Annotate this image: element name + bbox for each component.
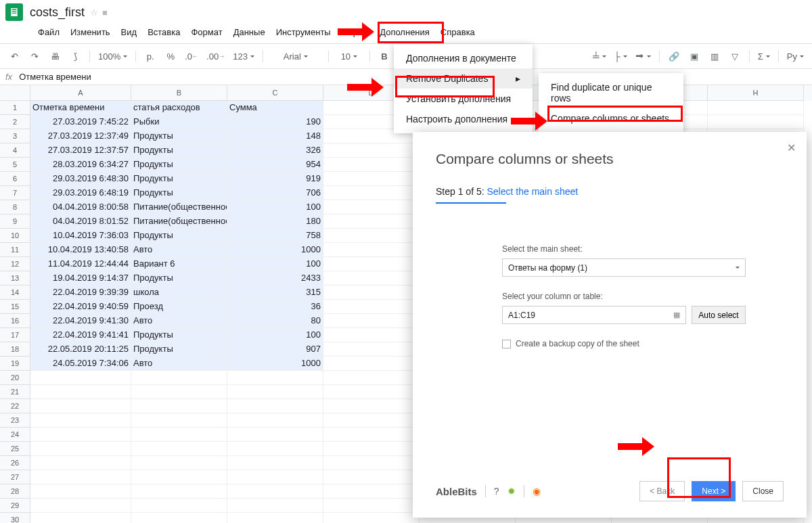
- install-addons[interactable]: Установить дополнения: [394, 89, 533, 109]
- auto-select-button[interactable]: Auto select: [692, 306, 746, 324]
- currency-button[interactable]: р.: [141, 47, 159, 65]
- col-header[interactable]: H: [708, 85, 804, 101]
- menu-form[interactable]: Форма: [336, 24, 375, 41]
- cell[interactable]: 180: [227, 214, 323, 229]
- step-name-link[interactable]: Select the main sheet: [487, 186, 579, 197]
- cell[interactable]: [708, 101, 804, 115]
- row-header[interactable]: 12: [0, 257, 30, 271]
- compare-columns-item[interactable]: Compare columns or sheets: [539, 108, 683, 129]
- row-header[interactable]: 19: [0, 357, 30, 371]
- cell[interactable]: 1000: [227, 243, 323, 257]
- cell[interactable]: Продукты: [131, 158, 227, 172]
- cell[interactable]: [30, 484, 131, 499]
- cell[interactable]: 11.04.2019 12:44:44: [30, 257, 131, 271]
- cell[interactable]: 04.04.2019 8:00:58: [30, 200, 131, 214]
- cell[interactable]: 22.05.2019 20:11:25: [30, 342, 131, 357]
- cell[interactable]: 36: [227, 300, 323, 314]
- row-header[interactable]: 18: [0, 342, 30, 357]
- cell[interactable]: [323, 271, 420, 286]
- sheet-select[interactable]: Ответы на форму (1): [502, 258, 746, 277]
- cell[interactable]: [131, 399, 227, 413]
- find-duplicates-item[interactable]: Find duplicate or unique rows: [539, 77, 683, 108]
- row-header[interactable]: 15: [0, 300, 30, 314]
- trial-badge-icon[interactable]: ◉: [533, 486, 541, 497]
- row-header[interactable]: 3: [0, 129, 30, 143]
- star-icon[interactable]: ☆: [90, 7, 98, 18]
- row-header[interactable]: 6: [0, 172, 30, 186]
- cell[interactable]: [323, 172, 420, 186]
- row-header[interactable]: 21: [0, 385, 30, 399]
- close-icon[interactable]: ✕: [787, 141, 796, 154]
- row-header[interactable]: 26: [0, 456, 30, 470]
- row-header[interactable]: 25: [0, 442, 30, 456]
- cell[interactable]: [30, 385, 131, 399]
- cell[interactable]: Продукты: [131, 186, 227, 200]
- folder-icon[interactable]: ■: [102, 7, 108, 18]
- cell[interactable]: [131, 456, 227, 470]
- font-size-dropdown[interactable]: 10: [334, 47, 364, 65]
- paint-format-icon[interactable]: ⟆: [66, 47, 84, 65]
- valign-button[interactable]: ╧: [590, 47, 608, 65]
- cell[interactable]: 80: [227, 314, 323, 328]
- cell[interactable]: 27.03.2019 12:37:49: [30, 129, 131, 143]
- cell[interactable]: [30, 442, 131, 456]
- cell[interactable]: Продукты: [131, 172, 227, 186]
- cell[interactable]: [30, 399, 131, 413]
- cell[interactable]: [323, 200, 420, 214]
- row-header[interactable]: 30: [0, 513, 30, 523]
- cell[interactable]: Авто: [131, 243, 227, 257]
- cell[interactable]: [227, 371, 323, 385]
- row-header[interactable]: 17: [0, 328, 30, 342]
- menu-view[interactable]: Вид: [116, 24, 143, 41]
- cell[interactable]: 758: [227, 229, 323, 243]
- cell[interactable]: [323, 286, 420, 300]
- cell[interactable]: Сумма: [227, 101, 323, 115]
- cell[interactable]: Продукты: [131, 271, 227, 286]
- remove-duplicates-item[interactable]: Remove Duplicates▸: [394, 68, 533, 89]
- cell[interactable]: 22.04.2019 9:41:30: [30, 314, 131, 328]
- row-header[interactable]: 23: [0, 413, 30, 428]
- cell[interactable]: Вариант 6: [131, 257, 227, 271]
- font-dropdown[interactable]: Arial: [269, 47, 323, 65]
- row-header[interactable]: 8: [0, 200, 30, 214]
- cell[interactable]: [30, 413, 131, 428]
- menu-addons[interactable]: Дополнения: [374, 24, 435, 41]
- chart-icon[interactable]: ▥: [706, 47, 723, 65]
- row-header[interactable]: 29: [0, 499, 30, 513]
- cell[interactable]: [30, 513, 131, 523]
- cell[interactable]: Питание(общественное): [131, 214, 227, 229]
- cell[interactable]: Продукты: [131, 328, 227, 342]
- cell[interactable]: [227, 470, 323, 484]
- cell[interactable]: Авто: [131, 357, 227, 371]
- configure-addons[interactable]: Настроить дополнения: [394, 109, 533, 129]
- cell[interactable]: [131, 513, 227, 523]
- cell[interactable]: [30, 428, 131, 442]
- cell[interactable]: 29.03.2019 6:48:19: [30, 186, 131, 200]
- cell[interactable]: [323, 385, 420, 399]
- cell[interactable]: [227, 428, 323, 442]
- cell[interactable]: школа: [131, 286, 227, 300]
- menu-format[interactable]: Формат: [185, 24, 227, 41]
- cell[interactable]: [323, 257, 420, 271]
- cell[interactable]: 29.03.2019 6:48:30: [30, 172, 131, 186]
- cell[interactable]: 1000: [227, 357, 323, 371]
- next-button[interactable]: Next >: [692, 481, 736, 501]
- cell[interactable]: [227, 385, 323, 399]
- range-input[interactable]: A1:C19▦: [502, 306, 686, 324]
- row-header[interactable]: 20: [0, 371, 30, 385]
- cell[interactable]: [323, 342, 420, 357]
- cell[interactable]: [227, 456, 323, 470]
- row-header[interactable]: 16: [0, 314, 30, 328]
- cell[interactable]: [323, 143, 420, 158]
- row-header[interactable]: 2: [0, 115, 30, 129]
- menu-help[interactable]: Справка: [435, 24, 480, 41]
- cell[interactable]: [227, 513, 323, 523]
- cell[interactable]: 148: [227, 129, 323, 143]
- row-header[interactable]: 14: [0, 286, 30, 300]
- cell[interactable]: Проезд: [131, 300, 227, 314]
- row-header[interactable]: 13: [0, 271, 30, 286]
- cell[interactable]: [323, 499, 420, 513]
- cell[interactable]: 907: [227, 342, 323, 357]
- row-header[interactable]: 1: [0, 101, 30, 115]
- cell[interactable]: 100: [227, 257, 323, 271]
